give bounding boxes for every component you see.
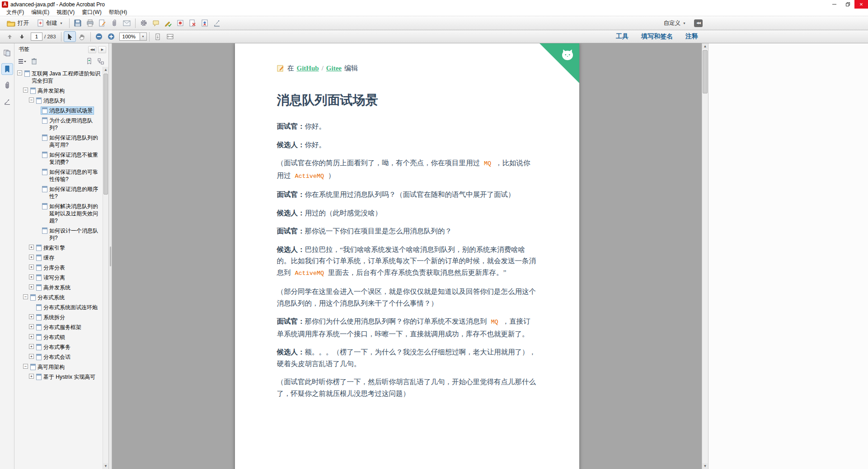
certificate-icon[interactable]	[199, 18, 211, 28]
panel-resize-handle[interactable]	[110, 246, 111, 266]
export-icon[interactable]	[96, 18, 108, 28]
bookmark-item[interactable]: +系统拆分	[17, 312, 103, 322]
bookmark-item[interactable]: −高并发架构	[17, 86, 103, 96]
bookmark-item[interactable]: −消息队列	[17, 96, 103, 106]
comment-icon[interactable]	[150, 18, 162, 28]
github-link[interactable]: GitHub	[297, 65, 319, 72]
doc-scrollbar-thumb[interactable]	[703, 50, 708, 93]
menu-item[interactable]: 文件(F)	[3, 9, 28, 16]
tab-fill-sign[interactable]: 填写和签名	[641, 33, 673, 41]
bookmark-expander[interactable]: +	[29, 265, 34, 269]
bookmark-target[interactable]: 基于 Hystrix 实现高可	[35, 373, 97, 381]
scroll-up-arrow[interactable]: ▲	[103, 67, 108, 73]
bookmark-expander[interactable]: +	[29, 344, 34, 349]
collapse-panel-button[interactable]: ◀◀	[88, 46, 96, 53]
bookmark-expander[interactable]: −	[29, 98, 34, 102]
bookmark-expander[interactable]: +	[29, 245, 34, 250]
save-icon[interactable]	[72, 18, 84, 28]
bookmark-expander[interactable]: +	[29, 374, 34, 379]
bookmark-item[interactable]: −互联网 Java 工程师进阶知识完全扫盲	[17, 69, 103, 86]
bookmark-item[interactable]: 分布式系统面试连环炮	[17, 302, 103, 312]
bookmark-expander[interactable]: +	[29, 255, 34, 260]
sidebar-scrollbar[interactable]: ▲ ▼	[103, 67, 108, 469]
bookmark-item[interactable]: +分布式事务	[17, 342, 103, 352]
menu-item[interactable]: 编辑(E)	[28, 9, 53, 16]
bookmark-expander[interactable]: +	[29, 284, 34, 289]
bookmark-item[interactable]: −高可用架构	[17, 362, 103, 372]
bookmark-target[interactable]: 分布式系统	[29, 293, 66, 302]
bookmark-target[interactable]: 系统拆分	[35, 313, 66, 321]
bookmark-item[interactable]: 消息队列面试场景	[17, 106, 103, 116]
prev-page-button[interactable]	[4, 31, 16, 42]
bookmark-target[interactable]: 为什么使用消息队列?	[41, 116, 102, 132]
menu-item[interactable]: 视图(V)	[53, 9, 78, 16]
bookmark-item[interactable]: +高并发系统	[17, 283, 103, 293]
document-area[interactable]: 在 GitHub / Gitee 编辑 消息队列面试场景 面试官：你好。候选人：…	[112, 43, 702, 469]
bookmark-expander[interactable]: +	[29, 334, 34, 339]
bookmark-item[interactable]: 为什么使用消息队列?	[17, 116, 103, 133]
new-bookmark-button[interactable]	[84, 57, 94, 66]
gear-icon[interactable]	[138, 18, 150, 28]
bookmark-target[interactable]: 读写分离	[35, 274, 66, 282]
page-fit-view-button[interactable]	[164, 31, 176, 42]
bookmark-target[interactable]: 如何保证消息队列的高可用?	[41, 134, 102, 149]
panel-expand-button[interactable]: ▶	[98, 46, 106, 53]
bookmark-item[interactable]: +分布式服务框架	[17, 322, 103, 332]
bookmark-expander[interactable]: −	[23, 88, 28, 93]
bookmark-item[interactable]: −分布式系统	[17, 293, 103, 302]
bookmark-item[interactable]: +搜索引擎	[17, 243, 103, 253]
tab-tools[interactable]: 工具	[616, 33, 629, 41]
bookmark-item[interactable]: 如何保证消息不被重复消费?	[17, 150, 103, 167]
bookmark-target[interactable]: 如何设计一个消息队列?	[41, 227, 102, 242]
stamp-icon[interactable]	[174, 18, 187, 28]
bookmark-options-button[interactable]	[17, 57, 27, 66]
bookmark-selected[interactable]: 消息队列面试场景	[41, 107, 94, 115]
bookmark-item[interactable]: +分库分表	[17, 263, 103, 273]
scroll-down-arrow[interactable]: ▼	[702, 463, 708, 469]
bookmark-target[interactable]: 消息队列	[35, 97, 66, 105]
bookmark-target[interactable]: 缓存	[35, 254, 56, 262]
menu-item[interactable]: 帮助(H)	[105, 9, 131, 16]
select-tool-button[interactable]	[64, 31, 76, 42]
bookmark-item[interactable]: 如何保证消息的可靠性传输?	[17, 167, 103, 184]
bookmark-item[interactable]: +缓存	[17, 253, 103, 263]
page-thumbnails-button[interactable]	[1, 47, 13, 59]
create-button[interactable]: 创建 ▼	[33, 18, 67, 28]
pane-toggle-button[interactable]: ◀◀	[694, 19, 703, 27]
minimize-button[interactable]	[827, 0, 841, 9]
restore-button[interactable]	[841, 0, 854, 9]
scroll-up-arrow[interactable]: ▲	[702, 43, 708, 49]
bookmark-item[interactable]: 如何解决消息队列的延时以及过期失效问题?	[17, 201, 103, 226]
attach-icon[interactable]	[108, 18, 121, 28]
bookmark-target[interactable]: 分布式事务	[35, 343, 72, 351]
open-button[interactable]: 打开	[3, 18, 33, 28]
bookmark-target[interactable]: 分布式锁	[35, 333, 66, 341]
zoom-in-button[interactable]	[105, 31, 117, 42]
bookmark-target[interactable]: 如何保证消息不被重复消费?	[41, 151, 102, 166]
bookmark-expander[interactable]: −	[23, 294, 28, 299]
bookmark-target[interactable]: 分布式会话	[35, 353, 72, 361]
close-button[interactable]: ×	[854, 0, 868, 9]
sign-icon[interactable]	[211, 18, 223, 28]
reject-icon[interactable]	[187, 18, 199, 28]
zoom-level-select[interactable]: 100% ▼	[119, 33, 147, 41]
bookmark-target[interactable]: 如何保证消息的顺序性?	[41, 185, 102, 200]
chevron-down-icon[interactable]: ▼	[140, 33, 147, 41]
bookmark-expander[interactable]: −	[17, 70, 22, 75]
hand-tool-button[interactable]	[76, 31, 88, 42]
bookmark-target[interactable]: 高可用架构	[29, 363, 66, 371]
bookmark-target[interactable]: 如何保证消息的可靠性传输?	[41, 168, 102, 183]
menu-item[interactable]: 窗口(W)	[78, 9, 105, 16]
delete-bookmark-button[interactable]	[29, 57, 39, 66]
bookmarks-panel-button[interactable]	[1, 63, 13, 75]
bookmark-item[interactable]: +读写分离	[17, 273, 103, 283]
bookmark-expander[interactable]: +	[29, 324, 34, 329]
bookmark-expander[interactable]: +	[29, 274, 34, 279]
signatures-button[interactable]	[1, 96, 13, 107]
approve-icon[interactable]	[162, 18, 174, 28]
customize-button[interactable]: 自定义 ▼	[660, 18, 690, 28]
zoom-out-button[interactable]	[93, 31, 105, 42]
bookmark-target[interactable]: 如何解决消息队列的延时以及过期失效问题?	[41, 202, 102, 225]
bookmark-item[interactable]: 如何设计一个消息队列?	[17, 226, 103, 243]
scroll-down-arrow[interactable]: ▼	[103, 463, 108, 469]
